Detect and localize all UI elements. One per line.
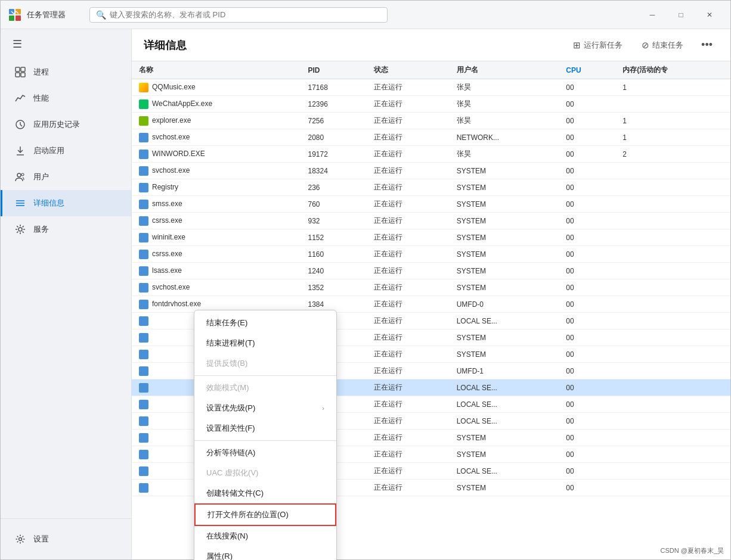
col-header-cpu[interactable]: CPU <box>559 61 615 79</box>
search-box[interactable]: 🔍 <box>89 7 388 23</box>
table-row[interactable]: WINWORD.EXE19172正在运行张昊002 <box>132 146 730 163</box>
cell-pid: 12396 <box>301 96 367 113</box>
context-menu-item-set-priority[interactable]: 设置优先级(P)› <box>194 398 336 418</box>
context-menu-label-efficiency: 效能模式(M) <box>206 382 249 393</box>
context-menu-item-end-task[interactable]: 结束任务(E) <box>194 313 336 333</box>
cell-cpu: 00 <box>559 463 615 480</box>
sidebar-item-processes[interactable]: 进程 <box>1 59 131 85</box>
cell-status: 正在运行 <box>367 379 450 396</box>
process-icon <box>139 250 148 259</box>
svg-point-15 <box>18 228 22 231</box>
end-task-label: 结束任务 <box>652 40 683 51</box>
hamburger-menu-icon[interactable]: ☰ <box>1 29 131 59</box>
table-row[interactable]: Registry236正在运行SYSTEM00 <box>132 179 730 196</box>
process-icon <box>139 450 148 459</box>
end-task-button[interactable]: ⊘ 结束任务 <box>634 36 690 54</box>
sidebar-item-services[interactable]: 服务 <box>1 216 131 242</box>
process-icon <box>139 350 148 359</box>
context-menu-item-create-dump[interactable]: 创建转储文件(C) <box>194 483 336 503</box>
context-menu-label-open-location: 打开文件所在的位置(O) <box>207 509 289 520</box>
process-icon <box>139 233 148 242</box>
cell-status: 正在运行 <box>367 329 450 346</box>
context-menu-item-analyze-wait[interactable]: 分析等待链(A) <box>194 443 336 463</box>
table-row[interactable]: QQMusic.exe17168正在运行张昊001 <box>132 79 730 96</box>
table-row[interactable]: WeChatAppEx.exe12396正在运行张昊00 <box>132 96 730 113</box>
svg-rect-7 <box>21 73 25 77</box>
cell-mem <box>615 329 730 346</box>
table-row[interactable]: wininit.exe1152正在运行SYSTEM00 <box>132 229 730 246</box>
table-row[interactable]: explorer.exe7256正在运行张昊001 <box>132 113 730 129</box>
svg-point-10 <box>17 173 21 177</box>
cell-cpu: 00 <box>559 79 615 96</box>
more-options-button[interactable]: ••• <box>695 35 718 55</box>
cell-user: LOCAL SE... <box>450 379 559 396</box>
cell-user: SYSTEM <box>450 179 559 196</box>
context-menu-item-open-location[interactable]: 打开文件所在的位置(O) <box>194 503 336 526</box>
sidebar-item-details[interactable]: 详细信息 <box>1 190 131 216</box>
table-row[interactable]: svchost.exe1352正在运行SYSTEM00 <box>132 279 730 296</box>
sidebar: ☰ 进程 性能 应用历史记录 <box>1 29 132 559</box>
processes-icon <box>14 66 26 78</box>
col-header-user[interactable]: 用户名 <box>450 61 559 79</box>
process-icon <box>139 400 148 409</box>
cell-mem <box>615 246 730 263</box>
col-header-name[interactable]: 名称 <box>132 61 301 79</box>
sidebar-item-users[interactable]: 用户 <box>1 164 131 190</box>
context-menu-label-analyze-wait: 分析等待链(A) <box>206 447 255 458</box>
cell-pid: 2080 <box>301 129 367 146</box>
cell-status: 正在运行 <box>367 229 450 246</box>
table-row[interactable]: smss.exe760正在运行SYSTEM00 <box>132 196 730 213</box>
cell-mem <box>615 263 730 279</box>
cell-cpu: 00 <box>559 163 615 179</box>
cell-pid: 1152 <box>301 229 367 246</box>
context-menu-item-online-search[interactable]: 在线搜索(N) <box>194 526 336 546</box>
sidebar-item-startup[interactable]: 启动应用 <box>1 138 131 164</box>
run-new-task-button[interactable]: ⊞ 运行新任务 <box>566 36 630 54</box>
cell-name: lsass.exe <box>132 263 301 279</box>
context-menu-item-properties[interactable]: 属性(R) <box>194 546 336 560</box>
table-row[interactable]: csrss.exe1160正在运行SYSTEM00 <box>132 246 730 263</box>
context-menu-item-set-affinity[interactable]: 设置相关性(F) <box>194 418 336 438</box>
history-icon <box>14 119 26 130</box>
svg-point-16 <box>19 538 22 541</box>
settings-icon <box>14 533 26 545</box>
table-row[interactable]: svchost.exe2080正在运行NETWORK...001 <box>132 129 730 146</box>
cell-cpu: 00 <box>559 146 615 163</box>
sidebar-item-performance[interactable]: 性能 <box>1 85 131 111</box>
cell-mem <box>615 379 730 396</box>
cell-pid: 1352 <box>301 279 367 296</box>
cell-mem: 2 <box>615 146 730 163</box>
cell-status: 正在运行 <box>367 263 450 279</box>
cell-mem <box>615 363 730 379</box>
process-icon <box>139 366 148 376</box>
col-header-status[interactable]: 状态 <box>367 61 450 79</box>
title-bar: 任务管理器 🔍 ─ □ ✕ <box>1 1 730 29</box>
cell-cpu: 00 <box>559 413 615 430</box>
cell-pid: 17168 <box>301 79 367 96</box>
cell-cpu: 00 <box>559 263 615 279</box>
minimize-button[interactable]: ─ <box>639 5 666 24</box>
cell-mem <box>615 463 730 480</box>
cell-user: UMFD-1 <box>450 363 559 379</box>
cell-pid: 7256 <box>301 113 367 129</box>
col-header-pid[interactable]: PID <box>301 61 367 79</box>
context-menu-item-end-process-tree[interactable]: 结束进程树(T) <box>194 333 336 353</box>
col-header-memory[interactable]: 内存(活动的专 <box>615 61 730 79</box>
search-input[interactable] <box>110 10 381 19</box>
cell-status: 正在运行 <box>367 79 450 96</box>
sidebar-item-settings[interactable]: 设置 <box>1 526 131 552</box>
cell-status: 正在运行 <box>367 313 450 329</box>
cell-status: 正在运行 <box>367 446 450 463</box>
process-icon <box>139 116 148 126</box>
table-row[interactable]: svchost.exe18324正在运行SYSTEM00 <box>132 163 730 179</box>
close-button[interactable]: ✕ <box>696 5 723 24</box>
maximize-button[interactable]: □ <box>667 5 695 24</box>
table-row[interactable]: csrss.exe932正在运行SYSTEM00 <box>132 213 730 229</box>
cell-cpu: 00 <box>559 213 615 229</box>
cell-user: SYSTEM <box>450 446 559 463</box>
services-icon <box>14 223 26 235</box>
sidebar-item-app-history[interactable]: 应用历史记录 <box>1 111 131 138</box>
cell-user: SYSTEM <box>450 329 559 346</box>
table-row[interactable]: lsass.exe1240正在运行SYSTEM00 <box>132 263 730 279</box>
context-menu-item-uac-virtual: UAC 虚拟化(V) <box>194 463 336 483</box>
